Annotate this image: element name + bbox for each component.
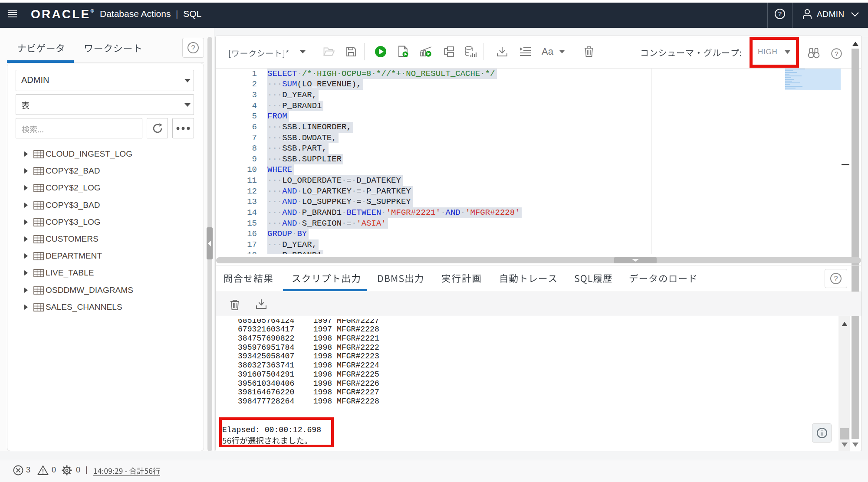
svg-text:?: ? [191, 44, 195, 52]
svg-text:?: ? [778, 10, 782, 17]
svg-text:?: ? [835, 50, 838, 57]
svg-text:?: ? [834, 275, 838, 283]
